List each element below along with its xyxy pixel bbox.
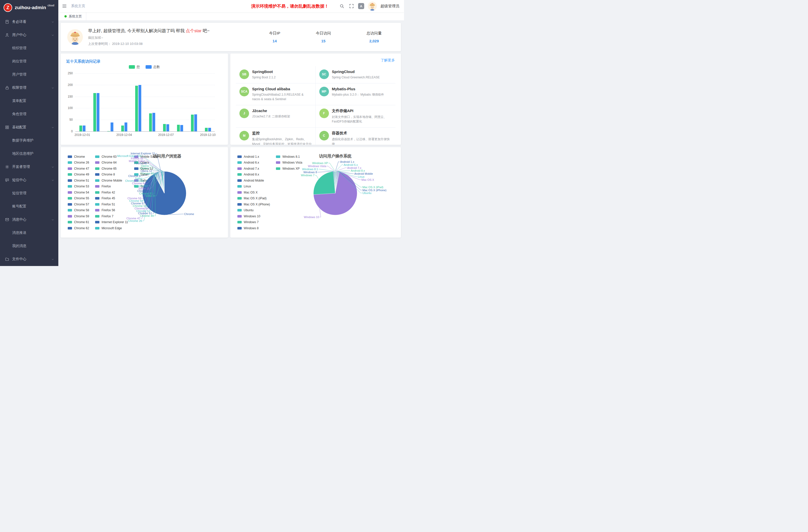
callout-line <box>149 166 163 171</box>
avatar <box>67 29 83 45</box>
feature-title: SpringCloud <box>332 70 380 74</box>
feature-desc: SpringCloudAlibaba2.1.0.RELEASE & nacos … <box>252 92 312 102</box>
lock-icon <box>5 86 9 90</box>
sidebar-subitem[interactable]: 短信管理 <box>0 187 58 200</box>
tab-active-dot <box>65 15 67 18</box>
main-area: 系统主页 演示环境维护不易，请勿乱删乱改数据！ A 超级管理员 系统主页 <box>58 0 404 266</box>
feature-item: SCASpring Cloud alibabaSpringCloudAlibab… <box>236 84 316 105</box>
feature-badge: J <box>239 109 249 118</box>
chart-title: 访问用户浏览器 <box>139 154 195 159</box>
bar <box>163 124 166 131</box>
logo[interactable]: Z zuihou-admin cloud <box>0 0 58 15</box>
pie-slice <box>313 171 335 195</box>
notebook-icon <box>5 20 9 24</box>
chevron-down-icon <box>51 218 54 221</box>
sidebar-item[interactable]: 基础配置 <box>0 121 58 134</box>
feature-title: 容器技术 <box>332 131 392 136</box>
sidebar-subitem[interactable]: 用户管理 <box>0 68 58 81</box>
sidebar-item[interactable]: 开发者管理 <box>0 160 58 173</box>
topbar: 系统主页 演示环境维护不易，请勿乱删乱改数据！ A 超级管理员 <box>58 0 404 12</box>
sidebar-item[interactable]: 用户中心 <box>0 29 58 41</box>
bar <box>180 125 183 131</box>
feature-badge: SB <box>239 70 249 79</box>
sidebar-subitem[interactable]: 角色管理 <box>0 108 58 121</box>
chevron-down-icon <box>51 34 54 37</box>
feature-item: JJ2cacheJ2cache2.7.8: 二级缓存框架 <box>236 105 316 128</box>
feature-desc: Mybatis-plus 3.2.0： Mybatis 增强组件 <box>332 92 384 97</box>
chart-title: 访问用户操作系统 <box>307 154 363 159</box>
feature-item: MPMybatis-PlusMybatis-plus 3.2.0： Mybati… <box>316 84 396 105</box>
callout-line <box>336 165 343 171</box>
axis-tick-label: 2019-12-04 <box>114 133 134 137</box>
feature-title: SpringBoot <box>252 70 276 74</box>
learn-more-link[interactable]: 了解更多 <box>381 58 395 62</box>
legend-item[interactable]: 您 <box>129 65 140 69</box>
callout-line <box>144 159 160 172</box>
stat-value: 14 <box>269 39 280 43</box>
legend-chip <box>146 65 152 69</box>
logo-icon: Z <box>3 3 12 12</box>
chevron-down-icon <box>51 258 54 261</box>
feature-title: 文件存储API <box>332 109 392 113</box>
last-login-label: 上次登录时间： <box>88 42 111 45</box>
folder-icon <box>5 257 9 261</box>
breadcrumb[interactable]: 系统主页 <box>71 4 85 8</box>
bar <box>177 125 180 131</box>
feature-desc: Spring Cloud Greenwich.RELEASE <box>332 75 380 80</box>
tab-home[interactable]: 系统主页 <box>60 12 86 21</box>
collapse-sidebar-icon[interactable] <box>61 3 68 9</box>
welcome-card: 早上好, 超级管理员, 今天帮别人解决问题了吗 帮我 点个star 吧~ 疯狂加… <box>61 23 401 51</box>
feature-desc: J2cache2.7.8: 二级缓存框架 <box>252 114 290 119</box>
sidebar-item[interactable]: 短信中心 <box>0 173 58 187</box>
last-login-time: 2019-12-10 10:03:08 <box>112 42 143 45</box>
sidebar-subitem[interactable]: 岗位管理 <box>0 55 58 68</box>
callout-line <box>170 214 184 215</box>
gridline <box>75 108 215 108</box>
callout-line <box>318 169 334 171</box>
sidebar-subitem[interactable]: 组织管理 <box>0 41 58 55</box>
browser-chart-card: ChromeChrome 26Chrome 47Chrome 49Chrome … <box>61 147 228 238</box>
content: 早上好, 超级管理员, 今天帮别人解决问题了吗 帮我 点个star 吧~ 疯狂加… <box>58 21 404 266</box>
sidebar-subitem[interactable]: 地区信息维护 <box>0 147 58 160</box>
username[interactable]: 超级管理员 <box>381 4 400 8</box>
sidebar-item[interactable]: 文件中心 <box>0 253 58 266</box>
font-size-icon[interactable]: A <box>358 3 364 9</box>
chevron-down-icon <box>51 126 54 129</box>
feature-item: C容器技术虚拟化容器技术，让迁移、部署更加方便快捷 <box>316 128 396 145</box>
axis-tick-label: 100 <box>68 106 73 110</box>
feature-title: Mybatis-Plus <box>332 87 384 91</box>
search-icon[interactable] <box>339 3 345 9</box>
feature-badge: M <box>239 131 249 141</box>
sidebar-subitem[interactable]: 消息推送 <box>0 226 58 239</box>
sidebar-subitem[interactable]: 数据字典维护 <box>0 134 58 147</box>
sidebar-subitem[interactable]: 菜单配置 <box>0 94 58 108</box>
chevron-down-icon <box>51 86 54 89</box>
sidebar-subitem[interactable]: 我的消息 <box>0 239 58 253</box>
fullscreen-icon[interactable] <box>348 3 354 9</box>
sidebar-item-label: 基础配置 <box>12 125 48 130</box>
callout-line <box>336 171 350 171</box>
sidebar-item-label: 权限管理 <box>12 86 48 90</box>
config-icon <box>5 125 9 129</box>
chevron-down-icon <box>51 179 54 182</box>
feature-desc: 封装文件接口，实现本地存储、阿里云、FastDFS存储的配置化 <box>332 115 392 124</box>
star-link[interactable]: 点个star <box>186 29 201 33</box>
bar <box>93 93 96 131</box>
sidebar: Z zuihou-admin cloud 务必详看用户中心组织管理岗位管理用户管… <box>0 0 58 266</box>
bar <box>135 86 138 131</box>
axis-tick-label: 0 <box>71 130 73 133</box>
avatar[interactable] <box>368 1 377 11</box>
bar <box>79 126 82 131</box>
sidebar-item[interactable]: 务必详看 <box>0 15 58 29</box>
axis-tick-label: 150 <box>68 95 73 98</box>
sidebar-item[interactable]: 权限管理 <box>0 81 58 94</box>
tab-label: 系统主页 <box>69 14 82 19</box>
sidebar-item[interactable]: 消息中心 <box>0 213 58 226</box>
sidebar-subitem[interactable]: 账号配置 <box>0 200 58 213</box>
bar <box>107 131 110 131</box>
last-login: 上次登录时间： 2019-12-10 10:03:08 <box>88 41 209 46</box>
legend-item[interactable]: 总数 <box>146 65 160 69</box>
browser-pie-chart <box>61 147 228 238</box>
app-title-suffix: cloud <box>48 4 54 7</box>
os-chart-card: Android 1.xAndroid 6.xAndroid 7.xAndroid… <box>230 147 401 238</box>
